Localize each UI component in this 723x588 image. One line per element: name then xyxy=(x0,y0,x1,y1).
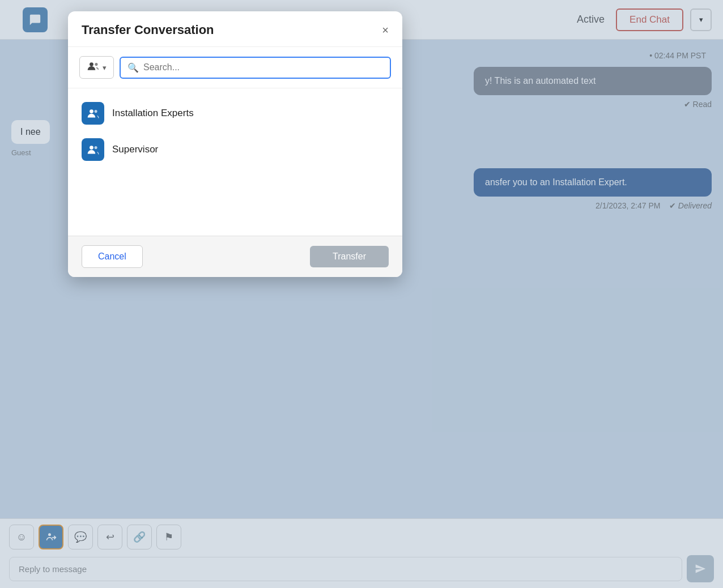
modal-footer: Cancel Transfer xyxy=(68,236,402,277)
svg-point-1 xyxy=(90,62,93,66)
svg-point-3 xyxy=(90,109,93,113)
team-icon xyxy=(87,61,99,74)
search-input[interactable] xyxy=(143,62,383,73)
search-box: 🔍 xyxy=(120,57,391,79)
installation-experts-icon xyxy=(82,102,104,125)
modal-search-row: ▾ 🔍 xyxy=(68,47,402,88)
cancel-button[interactable]: Cancel xyxy=(82,245,143,268)
modal-title: Transfer Conversation xyxy=(82,23,214,37)
modal-list: Installation Experts Supervisor xyxy=(68,88,402,236)
modal-overlay: Transfer Conversation × ▾ 🔍 xyxy=(0,0,723,588)
svg-point-6 xyxy=(95,146,97,149)
installation-experts-label: Installation Experts xyxy=(112,108,194,119)
filter-type-button[interactable]: ▾ xyxy=(79,56,114,79)
transfer-button[interactable]: Transfer xyxy=(310,246,389,267)
supervisor-label: Supervisor xyxy=(112,144,158,155)
modal-close-button[interactable]: × xyxy=(382,24,389,36)
chevron-filter-icon: ▾ xyxy=(103,63,107,72)
transfer-conversation-modal: Transfer Conversation × ▾ 🔍 xyxy=(68,11,402,277)
svg-point-5 xyxy=(90,146,93,150)
modal-header: Transfer Conversation × xyxy=(68,11,402,47)
svg-point-4 xyxy=(95,110,97,113)
list-item[interactable]: Supervisor xyxy=(68,131,402,168)
svg-point-2 xyxy=(95,63,97,66)
supervisor-icon xyxy=(82,138,104,161)
list-item[interactable]: Installation Experts xyxy=(68,95,402,131)
search-icon: 🔍 xyxy=(127,62,139,73)
